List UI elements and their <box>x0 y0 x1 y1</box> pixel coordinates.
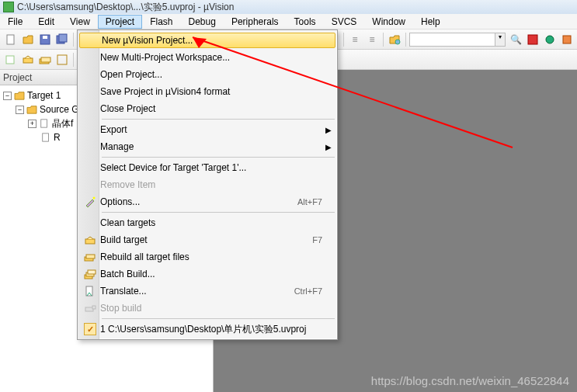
debug-icon[interactable] <box>543 33 557 47</box>
translate-icon <box>80 283 100 300</box>
save-icon[interactable] <box>37 32 53 47</box>
menu-item-label: New Multi-Project Workspace... <box>100 52 322 63</box>
menu-item[interactable]: Select Device for Target 'Target 1'... <box>78 159 336 176</box>
svg-point-16 <box>93 197 96 199</box>
menu-item[interactable]: Batch Build... <box>78 265 336 283</box>
indent-right-icon[interactable]: ≡ <box>364 32 380 47</box>
svg-rect-19 <box>86 255 95 258</box>
menu-item-label: Save Project in µVision4 format <box>100 86 322 97</box>
check-icon: ✓ <box>80 321 100 338</box>
menu-separator <box>102 119 335 120</box>
menu-item[interactable]: New µVision Project... <box>79 33 335 48</box>
svg-rect-11 <box>528 35 537 44</box>
menu-item[interactable]: Manage▶ <box>78 138 336 155</box>
file-icon <box>40 133 51 142</box>
svg-rect-5 <box>6 56 14 64</box>
submenu-arrow-icon: ▶ <box>325 126 332 134</box>
expand-icon[interactable]: − <box>3 92 12 100</box>
menu-item[interactable]: Translate...Ctrl+F7 <box>78 283 336 300</box>
menu-item-label: Open Project... <box>100 69 322 80</box>
menu-item[interactable]: ✓1 C:\Users\samsung\Desktop\单片机\实验5.uvpr… <box>78 321 336 338</box>
combo-dropdown-icon[interactable]: ▾ <box>495 33 506 47</box>
menu-item-label: 1 C:\Users\samsung\Desktop\单片机\实验5.uvpro… <box>100 323 322 336</box>
save-all-icon[interactable] <box>54 32 70 47</box>
tree-label: Target 1 <box>27 90 61 101</box>
menu-item[interactable]: Build targetF7 <box>78 231 336 248</box>
menu-item-peripherals[interactable]: Peripherals <box>224 15 287 29</box>
tree-label: Source G <box>40 104 79 115</box>
toolbar-separator <box>73 53 74 67</box>
toolbar-far-right: ▾ 🔍 <box>495 31 574 48</box>
expand-icon[interactable]: + <box>28 120 36 128</box>
menu-item-window[interactable]: Window <box>364 15 413 29</box>
svg-rect-4 <box>59 34 67 42</box>
menu-item-label: Manage <box>100 141 322 152</box>
blank-icon <box>80 159 100 176</box>
menu-item-edit[interactable]: Edit <box>30 15 62 29</box>
config-icon[interactable] <box>526 33 540 47</box>
menu-item[interactable]: Export▶ <box>78 121 336 138</box>
menu-item[interactable]: Save Project in µVision4 format <box>78 83 336 100</box>
svg-rect-2 <box>43 36 47 39</box>
svg-rect-9 <box>57 55 67 64</box>
find-icon[interactable]: 🔍 <box>509 33 523 47</box>
title-text: C:\Users\samsung\Desktop\...\实验5.uvproj … <box>17 1 234 14</box>
wand-icon <box>80 193 100 210</box>
svg-point-12 <box>546 36 554 43</box>
menu-item[interactable]: Options...Alt+F7 <box>78 193 336 210</box>
menu-item-label: Options... <box>100 196 297 207</box>
menu-item-label: Close Project <box>100 103 322 114</box>
open-icon[interactable] <box>20 32 36 47</box>
blank-icon <box>80 66 100 83</box>
folder-icon <box>26 105 37 114</box>
svg-rect-23 <box>86 286 92 296</box>
batch-icon[interactable] <box>54 52 70 68</box>
expand-icon[interactable]: − <box>16 106 24 114</box>
app-icon <box>3 2 14 12</box>
toolbar-separator <box>343 33 344 47</box>
blank-icon <box>80 83 100 100</box>
menu-item[interactable]: Close Project <box>78 100 336 117</box>
menu-item[interactable]: Clean targets <box>78 214 336 231</box>
menu-item-label: Stop build <box>100 303 322 314</box>
target-combo[interactable] <box>409 33 502 47</box>
menu-item[interactable]: Rebuild all target files <box>78 248 336 265</box>
menu-item-debug[interactable]: Debug <box>181 15 224 29</box>
toolbar-right-chunk: ≡ ≡ <box>342 29 502 50</box>
menu-item-file[interactable]: File <box>0 15 30 29</box>
menu-bar: FileEditViewProjectFlashDebugPeripherals… <box>0 14 577 29</box>
menu-item-svcs[interactable]: SVCS <box>324 15 365 29</box>
svg-rect-0 <box>7 35 14 44</box>
menu-item[interactable]: Open Project... <box>78 66 336 83</box>
svg-rect-8 <box>41 57 50 62</box>
svg-rect-17 <box>85 239 95 244</box>
menu-item-help[interactable]: Help <box>413 15 448 29</box>
stop-icon <box>80 300 100 317</box>
rebuild-icon[interactable] <box>37 52 53 68</box>
menu-item-flash[interactable]: Flash <box>142 15 180 29</box>
translate-icon[interactable] <box>3 52 19 68</box>
rebuild-icon <box>80 248 100 265</box>
manage-icon[interactable] <box>387 32 402 47</box>
menu-item-label: Select Device for Target 'Target 1'... <box>100 162 322 173</box>
svg-rect-25 <box>92 306 96 309</box>
toolbar-separator <box>405 33 406 47</box>
new-file-icon[interactable] <box>3 32 19 47</box>
blank-icon <box>82 33 102 47</box>
menu-item-view[interactable]: View <box>62 15 98 29</box>
menu-shortcut: Ctrl+F7 <box>294 286 322 296</box>
menu-item-tools[interactable]: Tools <box>287 15 324 29</box>
menu-item-label: Build target <box>100 234 312 245</box>
build-icon[interactable] <box>20 52 36 68</box>
indent-left-icon[interactable]: ≡ <box>347 32 363 47</box>
blank-icon <box>80 100 100 117</box>
file-icon <box>39 119 50 128</box>
menu-item: Stop build <box>78 300 336 317</box>
menu-item[interactable]: New Multi-Project Workspace... <box>78 49 336 66</box>
settings-icon[interactable] <box>560 33 574 47</box>
toolbar-separator <box>383 33 384 47</box>
menu-item-label: Batch Build... <box>100 269 322 279</box>
menu-separator <box>102 212 335 213</box>
menu-item-label: Export <box>100 124 322 135</box>
menu-item-project[interactable]: Project <box>98 15 142 29</box>
